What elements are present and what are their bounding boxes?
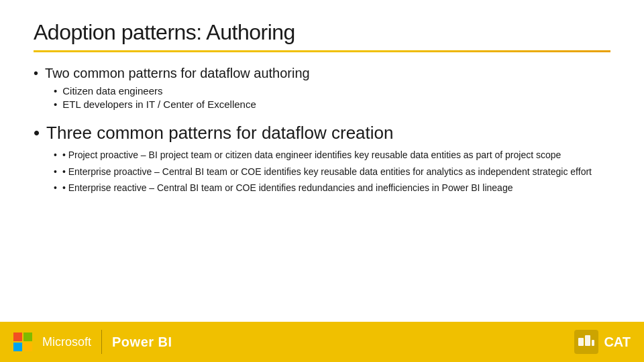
content-area: Adoption patterns: Authoring Two common … <box>0 0 644 322</box>
sub-bullet-2-1-text: Project proactive – BI project team or c… <box>68 149 561 162</box>
svg-rect-1 <box>585 335 590 346</box>
ms-logo-blue-sq <box>13 343 22 351</box>
cat-icon <box>574 330 598 354</box>
ms-logo-red-sq <box>13 333 22 341</box>
ms-logo-green-sq <box>23 333 32 341</box>
footer-left: Microsoft Power BI <box>13 330 172 354</box>
sub-bullet-2-1: • Project proactive – BI project team or… <box>54 149 610 162</box>
ms-logo-yellow-sq <box>23 343 32 351</box>
cat-svg-icon <box>577 333 596 351</box>
title-underline <box>34 50 610 52</box>
sub-bullet-2-3-text: Enterprise reactive – Central BI team or… <box>68 182 513 195</box>
sub-bullet-2-3-marker: • <box>62 182 68 195</box>
svg-rect-0 <box>578 338 584 346</box>
sub-bullets-2: • Project proactive – BI project team or… <box>54 149 610 198</box>
main-bullet-2-text: Three common patterns for dataflow creat… <box>46 123 393 143</box>
sub-bullet-2-3: • Enterprise reactive – Central BI team … <box>54 182 610 195</box>
slide-title: Adoption patterns: Authoring <box>34 20 610 45</box>
slide-container: Adoption patterns: Authoring Two common … <box>0 0 644 362</box>
sub-bullet-1-2: ETL developers in IT / Center of Excelle… <box>54 99 610 110</box>
sub-bullet-1-2-text: ETL developers in IT / Center of Excelle… <box>62 99 256 110</box>
powerbi-label: Power BI <box>112 335 172 350</box>
cat-label: CAT <box>604 335 631 350</box>
sub-bullet-2-2-marker: • <box>62 166 68 179</box>
main-bullet-1: Two common patterns for dataflow authori… <box>34 66 610 81</box>
footer: Microsoft Power BI CAT <box>0 322 644 362</box>
sub-bullets-1: Citizen data engineers ETL developers in… <box>54 85 610 112</box>
main-bullet-2: Three common patterns for dataflow creat… <box>34 123 610 143</box>
cat-logo: CAT <box>574 330 631 354</box>
main-bullet-1-text: Two common patterns for dataflow authori… <box>45 66 310 81</box>
sub-bullet-2-1-marker: • <box>62 149 68 162</box>
microsoft-label: Microsoft <box>42 335 91 349</box>
microsoft-logo-icon <box>13 333 32 351</box>
sub-bullet-2-2-text: Enterprise proactive – Central BI team o… <box>68 166 592 179</box>
sub-bullet-1-1: Citizen data engineers <box>54 85 610 97</box>
sub-bullet-1-1-text: Citizen data engineers <box>62 85 162 97</box>
footer-divider <box>101 330 102 354</box>
svg-rect-2 <box>592 340 594 346</box>
sub-bullet-2-2: • Enterprise proactive – Central BI team… <box>54 166 610 179</box>
